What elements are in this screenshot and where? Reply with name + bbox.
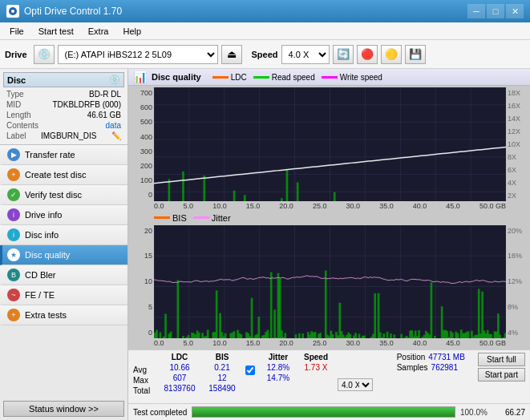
speed-label: Speed [252,50,278,59]
ldc-legend-color [212,76,229,79]
disc-quality-label: Disc quality [25,250,70,260]
read-legend-color [253,76,269,79]
save-button[interactable]: 💾 [405,45,426,64]
chart1-y-axis-left: 7006005004003002001000 [130,87,154,201]
bis-legend-label: BIS [172,213,187,223]
disc-quality-icon: ★ [7,248,20,261]
chart1-y-axis-right: 18X16X14X12X10X8X6X4X2X [506,87,528,201]
cd-bler-icon: B [7,269,20,281]
refresh-button[interactable]: 🔄 [333,45,354,64]
chart1-legend: LDC Read speed Write speed [212,73,382,82]
menu-start-test[interactable]: Start test [32,25,80,38]
disc-panel: Disc 💿 Type BD-R DL MID TDKBLDRFB (000) … [0,69,127,145]
disc-header-icon: 💿 [109,75,120,85]
chart1-wrapper: 7006005004003002001000 18X16X14X12X10X8X… [130,87,528,201]
chart-panel-header: 📊 Disc quality LDC Read speed Write spee… [128,69,530,86]
avg-speed: 1.73 X [300,363,332,372]
max-bis: 12 [204,374,241,382]
contents-value: data [106,121,121,130]
max-jitter: 14.7% [260,374,297,382]
jitter-legend-color [193,216,209,219]
write-legend-label: Write speed [340,73,382,82]
speed-stats-select[interactable]: 4.0 X [338,378,373,391]
chart1-x-axis: 0.05.010.015.020.025.030.035.040.045.050… [130,201,528,211]
total-ldc: 8139760 [159,384,200,393]
chart2-legend-row: BIS Jitter [130,212,528,224]
drive-label: Drive [5,50,27,59]
jitter-checkbox[interactable] [245,365,255,375]
menu-file[interactable]: File [3,25,30,38]
start-part-button[interactable]: Start part [478,368,525,382]
total-label: Total [133,386,156,395]
jitter-legend-label: Jitter [212,213,231,223]
svg-point-1 [11,10,14,13]
avg-ldc: 10.66 [159,363,200,372]
app-icon [6,5,19,18]
length-value: 46.61 GB [87,111,121,119]
speed-select[interactable]: 4.0 X [281,45,330,64]
progress-time: 66.27 [505,408,525,417]
fe-te-icon: ~ [7,289,20,301]
avg-bis: 0.21 [204,363,241,372]
disc-info-icon: i [7,228,20,241]
menu-help[interactable]: Help [116,25,148,38]
status-window-button[interactable]: Status window >> [3,401,124,417]
sidebar-item-disc-info[interactable]: i Disc info [0,225,127,245]
settings-button1[interactable]: 🔴 [357,45,378,64]
status-text: Test completed [133,408,187,417]
ldc-legend-label: LDC [231,73,247,82]
sidebar-item-verify-test-disc[interactable]: ✓ Verify test disc [0,185,127,205]
cd-bler-label: CD Bler [25,270,56,280]
charts-container: 7006005004003002001000 18X16X14X12X10X8X… [128,86,530,349]
settings-button2[interactable]: 🟡 [381,45,402,64]
toolbar: Drive 💿 (E:) ATAPI iHBS212 2 5L09 ⏏ Spee… [0,40,530,69]
extra-tests-icon: + [7,309,20,321]
chart1-area [154,87,506,201]
sidebar-item-fe-te[interactable]: ~ FE / TE [0,285,127,305]
create-test-disc-label: Create test disc [25,170,86,180]
drive-icon-button[interactable]: 💿 [34,45,55,64]
menu-bar: File Start test Extra Help [0,22,530,40]
transfer-rate-icon: ▶ [7,148,20,161]
label-value: IMGBURN_DIS [41,131,96,140]
drive-select[interactable]: (E:) ATAPI iHBS212 2 5L09 [58,45,218,64]
drive-info-label: Drive info [25,210,62,220]
sidebar-item-cd-bler[interactable]: B CD Bler [0,265,127,285]
start-full-button[interactable]: Start full [478,353,525,366]
minimize-button[interactable]: ─ [467,4,485,18]
disc-info-label: Disc info [25,230,59,240]
menu-extra[interactable]: Extra [82,25,115,38]
extra-tests-label: Extra tests [25,310,67,320]
eject-button[interactable]: ⏏ [221,45,242,64]
chart2-area [154,225,506,339]
avg-jitter: 12.8% [260,363,297,372]
sidebar: Disc 💿 Type BD-R DL MID TDKBLDRFB (000) … [0,69,128,420]
jitter-col-header: Jitter [260,353,297,361]
contents-label: Contents [6,121,38,130]
bis-col-header: BIS [204,353,241,361]
label-edit-icon[interactable]: ✏️ [111,131,121,140]
content-area: 📊 Disc quality LDC Read speed Write spee… [128,69,530,420]
verify-test-disc-icon: ✓ [7,188,20,201]
samples-value: 762981 [431,363,458,372]
sidebar-item-drive-info[interactable]: i Drive info [0,205,127,225]
sidebar-item-transfer-rate[interactable]: ▶ Transfer rate [0,145,127,165]
max-ldc: 607 [159,374,200,382]
progress-bar-fill [192,407,455,417]
speed-display: 4.0 X [337,378,374,391]
type-value: BD-R DL [89,90,121,99]
mid-value: TDKBLDRFB (000) [52,100,121,109]
sidebar-item-create-test-disc[interactable]: + Create test disc [0,165,127,185]
chart-panel-title: Disc quality [152,72,201,82]
disc-header-label: Disc [7,75,26,85]
length-label: Length [6,111,31,119]
sidebar-item-extra-tests[interactable]: + Extra tests [0,305,127,325]
close-button[interactable]: ✕ [506,4,524,18]
fe-te-label: FE / TE [25,290,55,300]
chart2-x-axis: 0.05.010.015.020.025.030.035.040.045.050… [130,338,528,348]
position-label: Position [397,353,426,361]
samples-label: Samples [397,363,428,372]
sidebar-item-disc-quality[interactable]: ★ Disc quality [0,245,127,265]
ldc-col-header: LDC [159,353,200,361]
maximize-button[interactable]: □ [487,4,504,18]
